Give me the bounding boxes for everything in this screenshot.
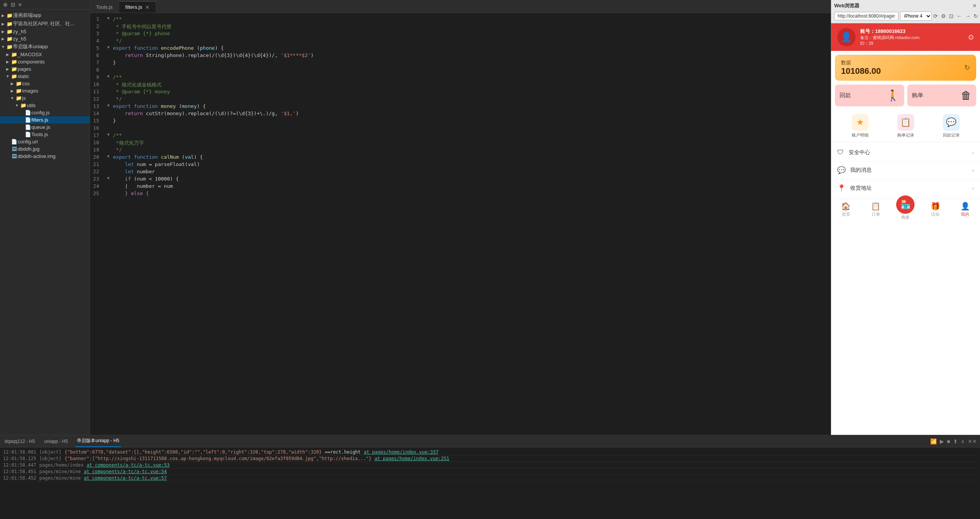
export-icon[interactable]: ⬆	[953, 438, 958, 444]
tab-tools_js[interactable]: Tools.js	[90, 1, 119, 13]
url-input[interactable]	[834, 12, 898, 20]
action-label-order: 购单	[912, 92, 923, 99]
console-tab-dqaqq[interactable]: dqaqq112 - H5	[3, 435, 36, 447]
code-line-4: 4 */	[90, 38, 831, 45]
code-line-8: 8	[90, 67, 831, 74]
bottom-tab-merchant[interactable]: 🏪 商家	[891, 202, 921, 220]
code-line-2: 2 * 手机号中间以星号代替	[90, 23, 831, 31]
console-tab-diqiu[interactable]: 帝启版本uniapp - H5	[75, 435, 121, 447]
console-line: 12:01:58.081[object]{"bottom":6778,"data…	[3, 449, 977, 456]
nav-item-account[interactable]: ★ 账户明细	[852, 114, 869, 138]
code-editor[interactable]: 1▼/**2 * 手机号中间以星号代替3 * @param {*} phone4…	[90, 13, 831, 435]
close-console-icon[interactable]: ✕✕	[968, 438, 977, 444]
console-line: 12:01:58.452pages/mine/mineat components…	[3, 475, 977, 482]
menu-icon[interactable]: ≡	[18, 2, 21, 8]
menu-item-security[interactable]: 🛡 安全中心 ›	[831, 144, 980, 161]
action-icon-refund: 🚶	[886, 89, 900, 102]
screenshot-icon[interactable]: ⊡	[949, 13, 954, 19]
sidebar-item-css[interactable]: ▶📁css	[0, 80, 90, 87]
messages-label: 我的消息	[850, 167, 972, 174]
address-label: 收货地址	[850, 185, 972, 192]
plus-icon[interactable]: ⊕	[3, 2, 8, 8]
action-card-order[interactable]: 购单 🗑	[907, 85, 977, 106]
sidebar-item-config_js[interactable]: 📄config.js	[0, 109, 90, 116]
messages-icon: 💬	[837, 166, 846, 174]
sidebar-item-dbddh_jpg[interactable]: 🖼dbddh.jpg	[0, 145, 90, 153]
bottom-tab-home[interactable]: 🏠 首页	[831, 202, 861, 220]
sidebar-item-diqiuapp[interactable]: ▼📁帝启版本uniapp	[0, 42, 90, 51]
code-line-18: 18 *格式化万字	[90, 140, 831, 147]
reload-icon[interactable]: ↻	[973, 13, 978, 19]
collapse-icon[interactable]: ∧	[961, 438, 965, 444]
bottom-panel-icons: 📶 ▶ ■ ⬆ ∧ ✕✕	[930, 438, 977, 444]
code-line-13: 13▼export function money (money) {	[90, 103, 831, 111]
device-select[interactable]: iPhone 4 iPhone 6 iPhone X	[900, 11, 932, 21]
data-value: 101086.00	[841, 66, 881, 76]
code-line-24: 24 | number = num	[90, 183, 831, 190]
action-label-refund: 回款	[840, 92, 851, 99]
forward-icon[interactable]: →	[965, 13, 970, 19]
sidebar-item-pages[interactable]: ▶📁pages	[0, 65, 90, 73]
code-line-11: 11 * @param {*} money	[90, 89, 831, 96]
sidebar-item-static[interactable]: ▼📁static	[0, 73, 90, 80]
sidebar-item-manhua[interactable]: ▶📁漫画前端app	[0, 11, 90, 20]
rotate-icon[interactable]: ⟳	[933, 13, 938, 19]
code-line-5: 5▼export function encodePhone (phone) {	[90, 45, 831, 52]
address-arrow: ›	[972, 185, 974, 191]
bottom-panel: dqaqq112 - H5 uniapp - H5 帝启版本uniapp - H…	[0, 435, 980, 519]
data-card: 数据 101086.00 ↻	[835, 55, 976, 81]
refund-icon: 💬	[943, 114, 960, 131]
sidebar-header: ⊕ ⊟ ≡	[0, 0, 90, 10]
console-tab-uniapp[interactable]: uniapp - H5	[42, 435, 69, 447]
browser-panel: Web浏览器 ✕ iPhone 4 iPhone 6 iPhone X ⟳ ⚙ …	[831, 0, 980, 435]
code-line-6: 6 return String(phone).replace(/(\d{3})\…	[90, 52, 831, 60]
bottom-tab-orders[interactable]: 📋 订单	[861, 202, 891, 220]
messages-arrow: ›	[972, 167, 974, 173]
sidebar-item-config_url[interactable]: 📄config.url	[0, 138, 90, 145]
sidebar-item-MACOSX[interactable]: ▶📁_MACOSX	[0, 51, 90, 58]
bottom-tab-activity[interactable]: 🎁 活动	[920, 202, 950, 220]
nav-item-order[interactable]: 📋 购单记录	[897, 114, 914, 138]
merchant-label: 商家	[901, 215, 910, 220]
menu-list: 🛡 安全中心 › 💬 我的消息 › 📍 收货地址 ›	[831, 142, 980, 199]
sidebar-item-zy_h5_2[interactable]: ▶📁zy_h5	[0, 35, 90, 42]
user-note: 备注：蜜桃源码网-mitaobo.com	[860, 35, 964, 41]
tab-close-filters_js[interactable]: ✕	[145, 5, 150, 10]
security-arrow: ›	[972, 150, 974, 156]
merchant-center-icon: 🏪	[896, 195, 915, 214]
nav-item-refund[interactable]: 💬 回款记录	[943, 114, 960, 138]
browser-close-button[interactable]: ✕	[972, 3, 977, 9]
sidebar-item-yuzhou[interactable]: ▶📁宇宙岛社区APP, 社区、社...	[0, 20, 90, 28]
sidebar-item-dbddh_active[interactable]: 🖼dbddh-active.img	[0, 153, 90, 160]
settings-icon-top[interactable]: ⊙	[968, 33, 974, 41]
bottom-tab-bar: 🏠 首页 📋 订单 🏪 商家 🎁 活动 👤 我的	[831, 199, 980, 223]
back-icon[interactable]: ←	[957, 13, 962, 19]
orders-label: 订单	[872, 212, 880, 217]
wifi-icon[interactable]: 📶	[930, 438, 937, 444]
stop-icon[interactable]: ■	[947, 438, 950, 444]
action-card-refund[interactable]: 回款 🚶	[835, 85, 904, 106]
bottom-tab-mine[interactable]: 👤 我的	[950, 202, 980, 220]
tab-filters_js[interactable]: filters.js✕	[119, 1, 156, 13]
sidebar-item-tools_js[interactable]: 📄Tools.js	[0, 131, 90, 138]
menu-item-address[interactable]: 📍 收货地址 ›	[831, 179, 980, 197]
code-line-19: 19 */	[90, 147, 831, 154]
code-line-10: 10 * 格式化成金钱格式	[90, 81, 831, 89]
layout-icon[interactable]: ⊟	[11, 2, 15, 8]
code-line-16: 16	[90, 125, 831, 132]
activity-label: 活动	[931, 212, 939, 217]
refresh-icon[interactable]: ↻	[964, 63, 970, 72]
settings-icon[interactable]: ⚙	[941, 13, 946, 19]
sidebar-item-js[interactable]: ▼📁js	[0, 94, 90, 102]
sidebar: ⊕ ⊟ ≡ ▶📁漫画前端app▶📁宇宙岛社区APP, 社区、社...▶📁zy_h…	[0, 0, 90, 435]
code-line-14: 14 return cutStr(money).replace(/(\d)(?=…	[90, 111, 831, 118]
sidebar-item-queue_js[interactable]: 📄queue.js	[0, 124, 90, 131]
sidebar-item-filters_js[interactable]: 📄filters.js	[0, 116, 90, 124]
sidebar-item-components[interactable]: ▶📁components	[0, 58, 90, 65]
sidebar-item-images[interactable]: ▶📁images	[0, 87, 90, 94]
play-icon[interactable]: ▶	[940, 438, 944, 444]
sidebar-item-zy_h5_1[interactable]: ▶📁zy_h5	[0, 28, 90, 35]
menu-item-messages[interactable]: 💬 我的消息 ›	[831, 161, 980, 179]
code-line-21: 21 let num = parseFloat(val)	[90, 161, 831, 169]
sidebar-item-utils[interactable]: ▼📁utils	[0, 102, 90, 109]
